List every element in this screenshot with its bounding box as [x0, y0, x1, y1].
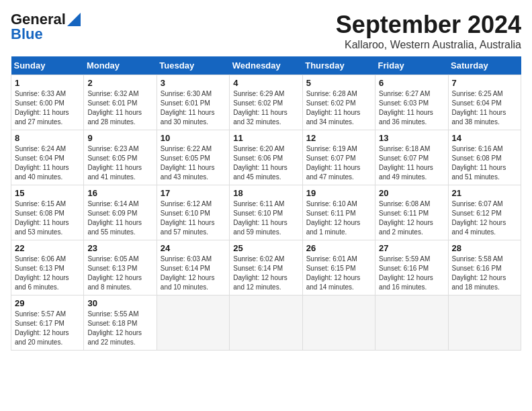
day-number: 14 — [452, 133, 517, 143]
day-number: 24 — [161, 243, 226, 253]
day-of-week-header: Monday — [84, 56, 157, 75]
calendar-cell: 1 Sunrise: 6:33 AMSunset: 6:00 PMDayligh… — [11, 75, 84, 130]
day-number: 20 — [379, 188, 444, 198]
day-info: Sunrise: 6:20 AMSunset: 6:06 PMDaylight:… — [233, 145, 287, 181]
calendar-cell: 21 Sunrise: 6:07 AMSunset: 6:12 PMDaylig… — [448, 185, 521, 240]
day-info: Sunrise: 6:01 AMSunset: 6:15 PMDaylight:… — [306, 255, 361, 291]
calendar-cell: 8 Sunrise: 6:24 AMSunset: 6:04 PMDayligh… — [11, 130, 84, 185]
logo-blue-label: Blue — [11, 26, 43, 43]
day-number: 16 — [87, 188, 152, 198]
day-number: 21 — [452, 188, 517, 198]
calendar-cell: 26 Sunrise: 6:01 AMSunset: 6:15 PMDaylig… — [302, 240, 375, 295]
calendar-cell: 23 Sunrise: 6:05 AMSunset: 6:13 PMDaylig… — [84, 240, 157, 295]
day-number: 27 — [379, 243, 444, 253]
calendar-cell: 17 Sunrise: 6:12 AMSunset: 6:10 PMDaylig… — [157, 185, 229, 240]
calendar-cell: 9 Sunrise: 6:23 AMSunset: 6:05 PMDayligh… — [84, 130, 157, 185]
calendar-cell: 14 Sunrise: 6:16 AMSunset: 6:08 PMDaylig… — [448, 130, 521, 185]
day-info: Sunrise: 6:23 AMSunset: 6:05 PMDaylight:… — [87, 145, 142, 181]
day-of-week-header: Thursday — [302, 56, 375, 75]
day-info: Sunrise: 6:28 AMSunset: 6:02 PMDaylight:… — [306, 90, 361, 126]
day-number: 22 — [15, 243, 80, 253]
calendar-cell — [302, 295, 375, 351]
calendar-table: SundayMondayTuesdayWednesdayThursdayFrid… — [11, 56, 521, 351]
day-number: 25 — [233, 243, 298, 253]
day-info: Sunrise: 6:14 AMSunset: 6:09 PMDaylight:… — [87, 200, 142, 236]
day-info: Sunrise: 6:18 AMSunset: 6:07 PMDaylight:… — [379, 145, 433, 181]
header: General Blue September 2024 Kallaroo, We… — [11, 11, 521, 51]
day-of-week-header: Saturday — [448, 56, 521, 75]
day-number: 11 — [233, 133, 298, 143]
day-info: Sunrise: 6:15 AMSunset: 6:08 PMDaylight:… — [15, 200, 69, 236]
day-info: Sunrise: 6:06 AMSunset: 6:13 PMDaylight:… — [15, 255, 69, 291]
calendar-cell: 24 Sunrise: 6:03 AMSunset: 6:14 PMDaylig… — [157, 240, 229, 295]
calendar-cell: 25 Sunrise: 6:02 AMSunset: 6:14 PMDaylig… — [230, 240, 302, 295]
calendar-cell: 13 Sunrise: 6:18 AMSunset: 6:07 PMDaylig… — [375, 130, 448, 185]
day-info: Sunrise: 6:19 AMSunset: 6:07 PMDaylight:… — [306, 145, 361, 181]
day-info: Sunrise: 6:16 AMSunset: 6:08 PMDaylight:… — [452, 145, 506, 181]
calendar-cell: 4 Sunrise: 6:29 AMSunset: 6:02 PMDayligh… — [230, 75, 302, 130]
logo-chevron-icon — [67, 13, 81, 26]
day-info: Sunrise: 6:33 AMSunset: 6:00 PMDaylight:… — [15, 90, 69, 126]
page-title: September 2024 — [336, 11, 521, 39]
logo: General Blue — [11, 11, 81, 43]
title-area: September 2024 Kallaroo, Western Austral… — [336, 11, 521, 51]
day-info: Sunrise: 5:57 AMSunset: 6:17 PMDaylight:… — [15, 310, 69, 346]
day-number: 10 — [161, 133, 226, 143]
page-subtitle: Kallaroo, Western Australia, Australia — [336, 39, 521, 51]
day-number: 1 — [15, 78, 80, 88]
day-number: 12 — [306, 133, 371, 143]
calendar-cell: 15 Sunrise: 6:15 AMSunset: 6:08 PMDaylig… — [11, 185, 84, 240]
day-of-week-header: Tuesday — [157, 56, 229, 75]
calendar-cell: 5 Sunrise: 6:28 AMSunset: 6:02 PMDayligh… — [302, 75, 375, 130]
calendar-cell: 27 Sunrise: 5:59 AMSunset: 6:16 PMDaylig… — [375, 240, 448, 295]
day-number: 15 — [15, 188, 80, 198]
day-of-week-header: Sunday — [11, 56, 84, 75]
calendar-cell: 12 Sunrise: 6:19 AMSunset: 6:07 PMDaylig… — [302, 130, 375, 185]
day-number: 7 — [452, 78, 517, 88]
day-info: Sunrise: 5:55 AMSunset: 6:18 PMDaylight:… — [87, 310, 142, 346]
day-info: Sunrise: 6:07 AMSunset: 6:12 PMDaylight:… — [452, 200, 506, 236]
calendar-cell: 16 Sunrise: 6:14 AMSunset: 6:09 PMDaylig… — [84, 185, 157, 240]
calendar-cell: 18 Sunrise: 6:11 AMSunset: 6:10 PMDaylig… — [230, 185, 302, 240]
day-info: Sunrise: 6:12 AMSunset: 6:10 PMDaylight:… — [161, 200, 215, 236]
calendar-cell: 20 Sunrise: 6:08 AMSunset: 6:11 PMDaylig… — [375, 185, 448, 240]
calendar-cell — [448, 295, 521, 351]
day-of-week-header: Wednesday — [230, 56, 302, 75]
calendar-cell: 6 Sunrise: 6:27 AMSunset: 6:03 PMDayligh… — [375, 75, 448, 130]
day-number: 6 — [379, 78, 444, 88]
day-info: Sunrise: 6:25 AMSunset: 6:04 PMDaylight:… — [452, 90, 506, 126]
day-number: 3 — [161, 78, 226, 88]
calendar-cell: 10 Sunrise: 6:22 AMSunset: 6:05 PMDaylig… — [157, 130, 229, 185]
day-number: 4 — [233, 78, 298, 88]
day-of-week-header: Friday — [375, 56, 448, 75]
day-number: 9 — [87, 133, 152, 143]
calendar-cell: 29 Sunrise: 5:57 AMSunset: 6:17 PMDaylig… — [11, 295, 84, 351]
day-number: 29 — [15, 298, 80, 308]
svg-marker-0 — [67, 13, 81, 26]
day-info: Sunrise: 6:27 AMSunset: 6:03 PMDaylight:… — [379, 90, 433, 126]
day-info: Sunrise: 6:08 AMSunset: 6:11 PMDaylight:… — [379, 200, 433, 236]
day-info: Sunrise: 6:03 AMSunset: 6:14 PMDaylight:… — [161, 255, 215, 291]
day-number: 17 — [161, 188, 226, 198]
day-info: Sunrise: 6:29 AMSunset: 6:02 PMDaylight:… — [233, 90, 287, 126]
day-info: Sunrise: 5:59 AMSunset: 6:16 PMDaylight:… — [379, 255, 433, 291]
calendar-cell: 7 Sunrise: 6:25 AMSunset: 6:04 PMDayligh… — [448, 75, 521, 130]
calendar-cell: 30 Sunrise: 5:55 AMSunset: 6:18 PMDaylig… — [84, 295, 157, 351]
day-number: 18 — [233, 188, 298, 198]
day-info: Sunrise: 6:32 AMSunset: 6:01 PMDaylight:… — [87, 90, 142, 126]
day-number: 19 — [306, 188, 371, 198]
day-info: Sunrise: 6:10 AMSunset: 6:11 PMDaylight:… — [306, 200, 361, 236]
day-number: 26 — [306, 243, 371, 253]
day-number: 2 — [87, 78, 152, 88]
calendar-cell — [157, 295, 229, 351]
calendar-cell: 28 Sunrise: 5:58 AMSunset: 6:16 PMDaylig… — [448, 240, 521, 295]
day-info: Sunrise: 6:30 AMSunset: 6:01 PMDaylight:… — [161, 90, 215, 126]
calendar-cell — [230, 295, 302, 351]
day-number: 13 — [379, 133, 444, 143]
day-number: 8 — [15, 133, 80, 143]
day-info: Sunrise: 5:58 AMSunset: 6:16 PMDaylight:… — [452, 255, 506, 291]
day-number: 30 — [87, 298, 152, 308]
day-info: Sunrise: 6:05 AMSunset: 6:13 PMDaylight:… — [87, 255, 142, 291]
calendar-cell: 11 Sunrise: 6:20 AMSunset: 6:06 PMDaylig… — [230, 130, 302, 185]
calendar-cell: 3 Sunrise: 6:30 AMSunset: 6:01 PMDayligh… — [157, 75, 229, 130]
